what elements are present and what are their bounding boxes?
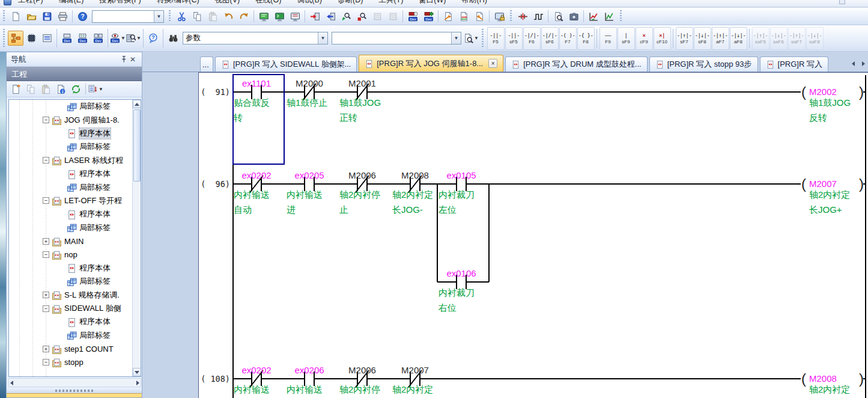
ladder-symbol-cF10-button[interactable]: ×|cF10 (654, 27, 671, 50)
nav-info-button[interactable]: i (53, 82, 68, 96)
pin-icon[interactable] (118, 55, 128, 64)
ladder-symbol-saF6-button[interactable]: -|↓|-saF6 (770, 27, 788, 50)
quick-find-combo[interactable]: ▼ (92, 10, 164, 23)
project-category-button[interactable]: 工程 (7, 393, 142, 398)
collapse-icon[interactable]: − (43, 157, 49, 164)
module-chip-button[interactable] (23, 31, 39, 46)
menu-item-4[interactable]: 视图(V) (215, 0, 240, 5)
tree-item-program[interactable]: −SIDEWALL 胎侧 (9, 302, 132, 315)
ladder-symbol-saF5-button[interactable]: -|↑|-saF5 (752, 27, 769, 50)
tree-item-body[interactable]: 程序本体 (9, 207, 132, 221)
tree-item-ltag[interactable]: 局部标签 (9, 221, 132, 234)
toolbar-grip[interactable] (481, 29, 485, 47)
menu-item-1[interactable]: 编辑(E) (59, 0, 84, 5)
menu-item-0[interactable]: 工程(P) (18, 0, 43, 5)
collapse-icon[interactable]: − (43, 305, 49, 312)
nav-toggle-button[interactable] (8, 31, 23, 46)
menu-item-9[interactable]: 窗口(W) (419, 0, 446, 5)
tab-scroll-left-icon[interactable] (850, 60, 857, 68)
menu-item-6[interactable]: 调试(B) (297, 0, 322, 5)
tree-item-program[interactable]: −nop (9, 248, 132, 261)
nav-paste-button[interactable] (38, 82, 53, 96)
find-target-combo[interactable]: ▼ (332, 32, 461, 44)
ladder-contact-M2000[interactable]: M2000轴1鼓停止 (287, 78, 327, 108)
scrollbar-thumb[interactable] (133, 109, 141, 182)
ladder-coil-M2002[interactable]: ()M2002轴1鼓JOG反转 (801, 84, 864, 123)
sort-button[interactable]: ▼ (88, 82, 103, 96)
ladder-symbol-F5-button[interactable]: -||-F5 (487, 27, 505, 50)
ladder-contact-M2008[interactable]: M2008轴2内衬定长JOG- (392, 170, 433, 215)
list-view-button[interactable] (39, 31, 55, 46)
dev-search-button[interactable]: ▼ (126, 31, 141, 46)
refresh-button[interactable] (68, 82, 83, 96)
ladder-contact-ex0202[interactable]: ex0202内衬输送自动 (234, 170, 272, 215)
menu-item-3[interactable]: 转换/编译(C) (157, 0, 199, 5)
close-icon[interactable]: ✕ (128, 55, 138, 64)
tree-item-body[interactable]: 程序本体 (9, 127, 132, 140)
save-button[interactable] (39, 9, 55, 24)
plc-param-button[interactable] (256, 9, 272, 24)
ladder-rung-96[interactable]: ( 96)ex0202内衬输送自动ex0205内衬输送进M2006轴2内衬停止M… (201, 170, 866, 313)
write-plc-button[interactable] (307, 9, 323, 24)
note-back-button[interactable] (472, 9, 487, 24)
ladder-symbol-F9-button[interactable]: ——F9 (599, 27, 617, 50)
ladder-contact-ex0205[interactable]: ex0205内衬输送进 (287, 170, 324, 215)
combo-dropdown-icon[interactable]: ▼ (318, 32, 327, 44)
ladder-branch[interactable]: ex0106内衬裁刀右位 (437, 184, 489, 313)
tree-item-ltag[interactable]: 局部标签 (9, 140, 132, 153)
help-button[interactable]: ? (74, 9, 90, 24)
child-window-buttons[interactable] (839, 0, 860, 5)
tree-horizontal-scrollbar[interactable] (8, 378, 141, 387)
tree-item-ltag[interactable]: 局部标签 (9, 329, 132, 342)
tree-item-program[interactable]: +S-L 规格存储调. (9, 288, 132, 301)
capture-button[interactable] (566, 9, 581, 24)
ladder-symbol-sF7-button[interactable]: -|↑|-sF7 (676, 27, 693, 50)
open-folder-button[interactable] (23, 9, 39, 24)
menu-item-5[interactable]: 在线(O) (255, 0, 281, 5)
ladder-coil-M2007[interactable]: ()M2007轴2内衬定长JOG+ (801, 176, 864, 215)
menu-item-10[interactable]: 帮助(H) (461, 0, 487, 5)
scroll-left-icon[interactable] (10, 381, 13, 385)
dev-grid-button[interactable]: Dev (74, 31, 90, 46)
ladder-contact-M2001[interactable]: M2001轴1鼓JOG正转 (339, 78, 381, 123)
dev-red-button[interactable]: Dev (405, 9, 420, 24)
pulse-button[interactable] (530, 9, 546, 24)
ladder-contact-ex0202[interactable]: ex0202内衬输送自动 (234, 365, 272, 398)
document-tab-0[interactable]: ... (200, 57, 213, 72)
ladder-contact-ex0105[interactable]: ex0105内衬裁刀左位 (439, 170, 476, 215)
ladder-symbol-aF8-button[interactable]: -|↓|-aF8 (730, 27, 747, 50)
tree-item-program[interactable]: −stopp (9, 355, 132, 369)
ladder-canvas[interactable]: ( 91)ex1101贴合鼓反转M2000轴1鼓停止M2001轴1鼓JOG正转(… (199, 73, 868, 398)
tree-item-body[interactable]: 程序本体 (9, 315, 132, 328)
ladder-contact-M2007[interactable]: M2007轴2内衬定长JOG+ (392, 365, 433, 398)
combo-dropdown-icon[interactable]: ▼ (154, 11, 163, 22)
expand-icon[interactable]: + (43, 238, 49, 245)
scroll-down-icon[interactable] (133, 368, 141, 376)
document-tab-1[interactable]: [PRG]R 写入 SIDEWALL 胎侧架... (215, 57, 357, 72)
ladder-symbol-saF7-button[interactable]: -|↑|-saF7 (788, 27, 806, 50)
ladder-symbol-F8-button[interactable]: -{ }-F8 (577, 27, 595, 50)
tree-item-body[interactable]: 程序本体 (9, 262, 132, 275)
scroll-up-icon[interactable] (133, 100, 141, 108)
document-tab-4[interactable]: [PRG]R 写入 stopp 93步 (649, 57, 758, 72)
ladder-symbol-F6-button[interactable]: -|/|-F6 (523, 27, 541, 50)
tree-item-ltag[interactable]: 局部标签 (9, 275, 132, 288)
ladder-rung-91[interactable]: ( 91)ex1101贴合鼓反转M2000轴1鼓停止M2001轴1鼓JOG正转(… (201, 78, 866, 123)
ladder-contact-ex0206[interactable]: ex0206内衬输送退 (287, 365, 324, 398)
collapse-icon[interactable]: − (43, 251, 49, 258)
ladder-symbol-aF7-button[interactable]: -|↑|-aF7 (712, 27, 729, 50)
plc-terminal-button[interactable] (272, 9, 287, 24)
ladder-rung-108[interactable]: ( 108)ex0202内衬输送自动ex0206内衬输送退M2006轴2内衬停止… (201, 365, 866, 398)
ladder-symbol-sF9-button[interactable]: |sF9 (618, 27, 635, 50)
toolbar-grip[interactable] (509, 10, 513, 22)
dev-find-button[interactable]: Dev (59, 31, 74, 46)
note-arrow-button[interactable] (440, 9, 456, 24)
tree-item-ltag[interactable]: 局部标签 (9, 180, 132, 194)
copy-button[interactable] (189, 9, 205, 24)
paste-button[interactable] (205, 9, 220, 24)
scroll-right-icon[interactable] (136, 381, 139, 385)
ladder-contact-M2006[interactable]: M2006轴2内衬停止 (339, 170, 380, 215)
tree-item-body[interactable]: 程序本体 (9, 167, 132, 180)
ladder-contact-ex1101[interactable]: ex1101贴合鼓反转 (233, 78, 271, 123)
undo-button[interactable] (220, 9, 236, 24)
